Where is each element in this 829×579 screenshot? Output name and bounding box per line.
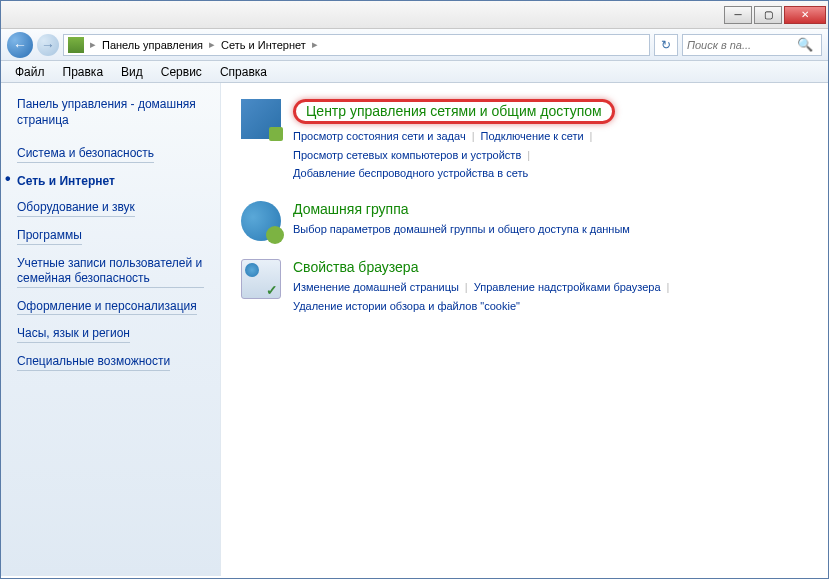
menu-help[interactable]: Справка [212,63,275,81]
separator: | [661,281,676,293]
sublink[interactable]: Изменение домашней страницы [293,281,459,293]
category-sublinks: Выбор параметров домашней группы и общег… [293,220,808,239]
sidebar-item-programs[interactable]: Программы [11,224,210,249]
network-sharing-icon [241,99,281,139]
category-title-link[interactable]: Домашняя группа [293,201,409,217]
separator: | [521,149,536,161]
main-panel: Центр управления сетями и общим доступом… [221,83,828,576]
sidebar-item-accessibility[interactable]: Специальные возможности [11,350,210,375]
titlebar: ─ ▢ ✕ [1,1,828,29]
sidebar-item-clock[interactable]: Часы, язык и регион [11,322,210,347]
breadcrumb-segment[interactable]: Сеть и Интернет [217,39,310,51]
menu-edit[interactable]: Правка [55,63,112,81]
separator: | [459,281,474,293]
sublink[interactable]: Подключение к сети [481,130,584,142]
sublink[interactable]: Просмотр сетевых компьютеров и устройств [293,149,521,161]
separator: | [466,130,481,142]
category-homegroup: Домашняя группа Выбор параметров домашне… [241,201,808,241]
category-title-link[interactable]: Центр управления сетями и общим доступом [293,99,615,124]
forward-button[interactable]: → [37,34,59,56]
control-panel-window: ─ ▢ ✕ ← → ▸ Панель управления ▸ Сеть и И… [0,0,829,579]
browser-properties-icon [241,259,281,299]
breadcrumb-segment[interactable]: Панель управления [98,39,207,51]
menu-view[interactable]: Вид [113,63,151,81]
sidebar-home-link[interactable]: Панель управления - домашняя страница [11,97,210,128]
navigation-bar: ← → ▸ Панель управления ▸ Сеть и Интерне… [1,29,828,61]
homegroup-icon [241,201,281,241]
content-area: Панель управления - домашняя страница Си… [1,83,828,576]
control-panel-icon [68,37,84,53]
sublink[interactable]: Выбор параметров домашней группы и общег… [293,223,630,235]
sublink[interactable]: Просмотр состояния сети и задач [293,130,466,142]
category-title-link[interactable]: Свойства браузера [293,259,418,275]
sublink[interactable]: Управление надстройками браузера [474,281,661,293]
sidebar-item-system[interactable]: Система и безопасность [11,142,210,167]
search-icon: 🔍 [797,37,813,52]
maximize-button[interactable]: ▢ [754,6,782,24]
breadcrumb[interactable]: ▸ Панель управления ▸ Сеть и Интернет ▸ [63,34,650,56]
sidebar-item-hardware[interactable]: Оборудование и звук [11,196,210,221]
category-network-sharing: Центр управления сетями и общим доступом… [241,99,808,183]
chevron-right-icon: ▸ [310,38,320,51]
back-button[interactable]: ← [7,32,33,58]
menu-file[interactable]: Файл [7,63,53,81]
search-box[interactable]: 🔍 [682,34,822,56]
sidebar-item-network[interactable]: Сеть и Интернет [11,170,210,194]
sublink[interactable]: Добавление беспроводного устройства в се… [293,167,528,179]
menu-tools[interactable]: Сервис [153,63,210,81]
category-internet-options: Свойства браузера Изменение домашней стр… [241,259,808,315]
sublink[interactable]: Удаление истории обзора и файлов "cookie… [293,300,520,312]
refresh-button[interactable]: ↻ [654,34,678,56]
chevron-right-icon: ▸ [207,38,217,51]
close-button[interactable]: ✕ [784,6,826,24]
category-sublinks: Просмотр состояния сети и задач|Подключе… [293,127,808,183]
sidebar: Панель управления - домашняя страница Си… [1,83,221,576]
search-input[interactable] [687,39,797,51]
sidebar-item-users[interactable]: Учетные записи пользователей и семейная … [11,252,210,292]
chevron-right-icon: ▸ [88,38,98,51]
category-sublinks: Изменение домашней страницы|Управление н… [293,278,808,315]
sidebar-item-appearance[interactable]: Оформление и персонализация [11,295,210,320]
separator: | [584,130,599,142]
minimize-button[interactable]: ─ [724,6,752,24]
menubar: Файл Правка Вид Сервис Справка [1,61,828,83]
